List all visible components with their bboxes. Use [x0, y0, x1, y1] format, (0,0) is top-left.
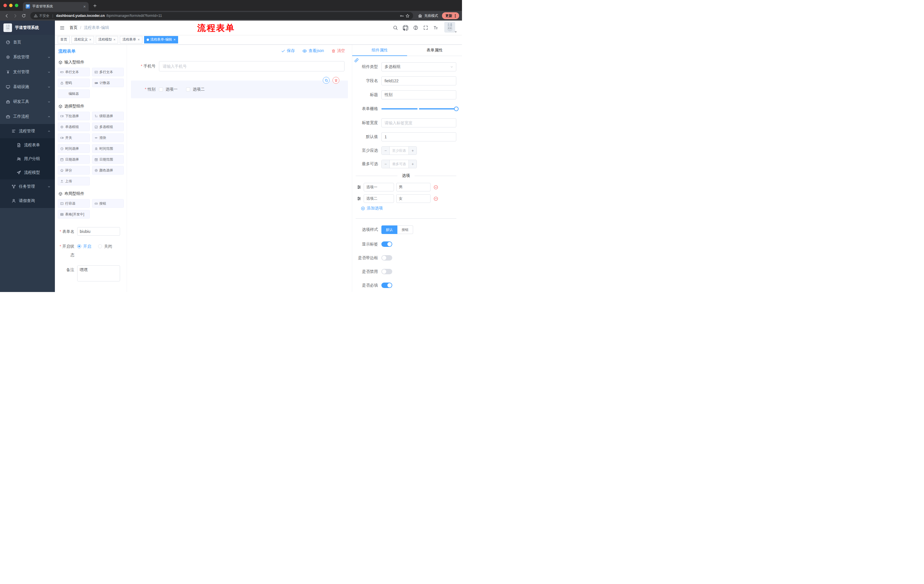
component-dropdown[interactable]: 下拉选择 [58, 112, 90, 120]
search-icon[interactable] [393, 25, 398, 30]
drag-sliders-icon[interactable] [357, 196, 361, 201]
checkbox-option-2[interactable]: 选项二 [186, 87, 205, 92]
password-key-icon[interactable] [400, 13, 404, 18]
close-icon[interactable]: × [114, 38, 116, 41]
sidebar-item-devtools[interactable]: 研发工具 [0, 94, 55, 109]
grid-slider[interactable] [381, 104, 456, 114]
option-value-input[interactable] [396, 183, 431, 191]
decrease-button[interactable]: − [382, 160, 390, 168]
component-table[interactable]: 表格[开发中] [58, 210, 90, 219]
max-select-value[interactable]: 最多可选 [390, 160, 409, 168]
component-time-range[interactable]: 时间范围 [92, 144, 124, 153]
option-label-input[interactable] [364, 183, 394, 191]
tab-form-props[interactable]: 表单属性 [407, 44, 462, 56]
canvas-field-phone[interactable]: 手机号 [131, 61, 348, 71]
option-value-input[interactable] [396, 194, 431, 203]
new-tab-button[interactable] [92, 3, 97, 8]
component-date-range[interactable]: 日期范围 [92, 155, 124, 164]
component-password[interactable]: 密码 [58, 79, 90, 87]
github-icon[interactable] [403, 25, 408, 31]
increase-button[interactable]: + [409, 146, 417, 155]
kebab-menu-icon[interactable] [453, 14, 457, 18]
forward-button[interactable] [12, 12, 19, 20]
sidebar-item-workflow[interactable]: 工作流程 [0, 109, 55, 124]
hamburger-icon[interactable] [59, 25, 65, 31]
canvas-field-gender[interactable]: 性别 选项一 选项二 [131, 81, 348, 98]
tag-process-form-edit[interactable]: 流程表单-编辑× [144, 36, 178, 43]
view-json-button[interactable]: 查看json [302, 48, 324, 53]
delete-field-button[interactable] [332, 77, 339, 84]
help-icon[interactable] [413, 25, 418, 30]
sidebar-logo[interactable]: 芋道管理系统 [0, 21, 55, 35]
close-icon[interactable]: × [137, 38, 140, 41]
user-menu[interactable] [444, 22, 457, 34]
slider-handle[interactable] [454, 107, 459, 111]
tag-process-form[interactable]: 流程表单× [120, 36, 142, 43]
tag-home[interactable]: 首页 [58, 36, 70, 43]
remove-option-button[interactable] [433, 185, 438, 190]
checkbox-box[interactable] [159, 87, 163, 91]
tag-process-definition[interactable]: 流程定义× [71, 36, 94, 43]
browser-update-button[interactable]: 更新 [442, 12, 459, 19]
component-multiline-text[interactable]: 多行文本 [92, 68, 124, 76]
form-name-input[interactable] [77, 227, 120, 236]
status-on-radio[interactable]: 开启 [77, 242, 91, 250]
drag-sliders-icon[interactable] [357, 185, 361, 189]
component-type-select[interactable]: 多选框组 [381, 62, 456, 71]
decrease-button[interactable]: − [382, 146, 390, 155]
component-counter[interactable]: 计数器 [92, 79, 124, 87]
disabled-toggle[interactable] [381, 269, 392, 274]
increase-button[interactable]: + [409, 160, 417, 168]
save-button[interactable]: 保存 [281, 48, 295, 53]
show-label-toggle[interactable] [381, 242, 392, 247]
component-switch[interactable]: 开关 [58, 133, 90, 142]
required-toggle[interactable] [381, 283, 392, 288]
checkbox-box[interactable] [186, 87, 190, 91]
label-width-input[interactable] [381, 118, 456, 127]
option-label-input[interactable] [364, 194, 394, 203]
sidebar-item-leave-query[interactable]: 请假查询 [0, 194, 55, 208]
close-window-button[interactable] [3, 4, 7, 7]
title-input[interactable] [381, 90, 456, 99]
sidebar-item-payment[interactable]: 支付管理 [0, 64, 55, 79]
field-name-input[interactable] [381, 76, 456, 86]
clear-button[interactable]: 清空 [332, 48, 345, 53]
zoom-window-button[interactable] [15, 4, 18, 7]
tab-component-props[interactable]: 组件属性 [352, 44, 407, 56]
fullscreen-icon[interactable] [423, 25, 428, 30]
tab-close-icon[interactable]: × [83, 4, 86, 8]
sidebar-item-system[interactable]: 系统管理 [0, 50, 55, 64]
font-size-icon[interactable] [433, 25, 438, 30]
component-checkbox-group[interactable]: 多选框组 [92, 123, 124, 131]
style-default-button[interactable]: 默认 [381, 225, 398, 234]
slider-runway[interactable] [381, 108, 456, 109]
component-slider[interactable]: 滑块 [92, 133, 124, 142]
default-value-input[interactable] [381, 132, 456, 141]
component-date-picker[interactable]: 日期选择 [58, 155, 90, 164]
component-button[interactable]: 按钮 [92, 199, 124, 208]
browser-tab[interactable]: 芋 芋道管理系统 × [23, 2, 89, 11]
add-option-button[interactable]: 添加选项 [361, 206, 456, 211]
status-off-radio[interactable]: 关闭 [98, 242, 112, 250]
tag-process-model[interactable]: 流程模型× [96, 36, 118, 43]
component-rate[interactable]: 评分 [58, 166, 90, 174]
component-time-picker[interactable]: 时间选择 [58, 144, 90, 153]
reload-button[interactable] [20, 12, 28, 20]
component-single-line-text[interactable]: 单行文本 [58, 68, 90, 76]
sidebar-item-process-mgmt[interactable]: 流程管理 [0, 124, 55, 138]
component-row-container[interactable]: 行容器 [58, 199, 90, 208]
component-editor[interactable]: 编辑器 [58, 89, 90, 98]
sidebar-item-process-form[interactable]: 流程表单 [0, 138, 55, 152]
sidebar-item-home[interactable]: 首页 [0, 35, 55, 50]
close-icon[interactable]: × [89, 38, 91, 41]
component-upload[interactable]: 上传 [58, 177, 90, 186]
border-toggle[interactable] [381, 255, 392, 261]
minimize-window-button[interactable] [9, 4, 13, 7]
phone-input[interactable] [159, 61, 345, 71]
avatar[interactable] [444, 22, 455, 33]
close-icon[interactable]: × [173, 38, 176, 41]
bookmark-star-icon[interactable] [405, 13, 410, 18]
sidebar-item-process-model[interactable]: 流程模型 [0, 166, 55, 179]
copy-field-button[interactable] [323, 77, 330, 84]
sidebar-item-user-group[interactable]: 用户分组 [0, 152, 55, 166]
